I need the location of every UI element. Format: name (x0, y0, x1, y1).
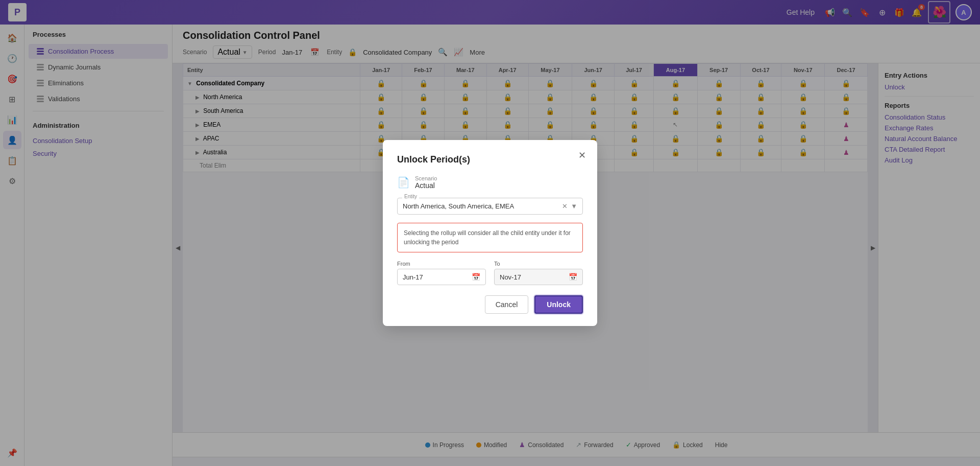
modal-scenario-row: 📄 Scenario Actual (397, 175, 583, 190)
modal-close-button[interactable]: ✕ (575, 148, 589, 162)
scenario-info: Scenario Actual (415, 175, 437, 190)
scenario-value: Actual (415, 181, 437, 190)
to-date-value: Nov-17 (500, 273, 521, 281)
modal-overlay: Unlock Period(s) ✕ 📄 Scenario Actual Ent… (0, 0, 980, 466)
entity-selected-value: North America, South America, EMEA (403, 202, 514, 210)
modal-title: Unlock Period(s) (397, 154, 583, 165)
from-date-value: Jun-17 (403, 273, 423, 281)
from-date-input[interactable]: Jun-17 📅 (397, 269, 486, 285)
modal-warning: Selecting the rollup will consider all t… (397, 223, 583, 252)
from-calendar-icon[interactable]: 📅 (472, 273, 480, 281)
entity-icons: ✕ ▼ (562, 202, 577, 210)
from-date-group: From Jun-17 📅 (397, 261, 486, 285)
modal-date-row: From Jun-17 📅 To Nov-17 📅 (397, 261, 583, 285)
unlock-modal: Unlock Period(s) ✕ 📄 Scenario Actual Ent… (383, 140, 597, 326)
entity-field-wrap: Entity North America, South America, EME… (397, 198, 583, 215)
scenario-file-icon: 📄 (397, 176, 410, 189)
unlock-button[interactable]: Unlock (534, 295, 583, 314)
from-label: From (397, 261, 486, 267)
entity-dropdown-icon[interactable]: ▼ (571, 202, 577, 210)
to-date-input[interactable]: Nov-17 📅 (494, 269, 583, 285)
entity-input-box[interactable]: North America, South America, EMEA ✕ ▼ (397, 198, 583, 215)
scenario-label: Scenario (415, 175, 437, 181)
to-date-group: To Nov-17 📅 (494, 261, 583, 285)
entity-float-label: Entity (402, 194, 419, 199)
to-calendar-icon[interactable]: 📅 (569, 273, 577, 281)
cancel-button[interactable]: Cancel (485, 295, 529, 314)
modal-actions: Cancel Unlock (397, 295, 583, 314)
to-label: To (494, 261, 583, 267)
entity-clear-icon[interactable]: ✕ (562, 202, 568, 210)
